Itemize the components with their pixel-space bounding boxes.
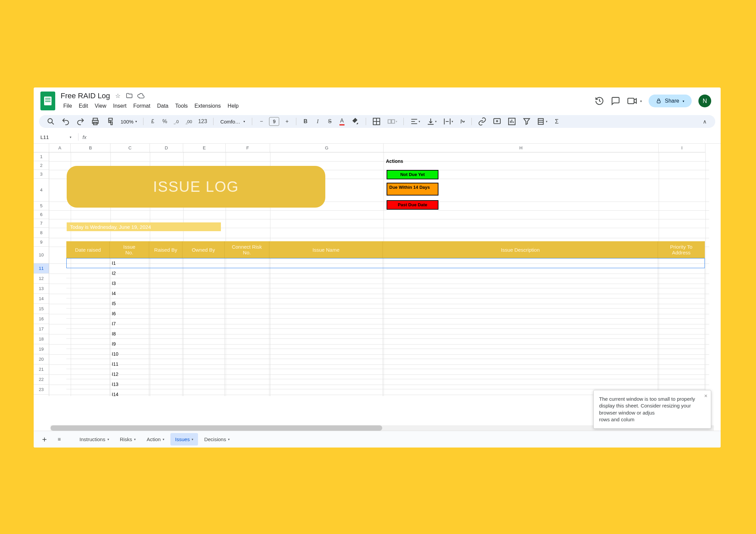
cell[interactable] [149, 369, 183, 379]
cell[interactable] [225, 349, 269, 359]
cell[interactable] [383, 309, 658, 318]
cell[interactable] [225, 309, 269, 318]
table-row[interactable]: I1 [66, 258, 705, 268]
table-row[interactable]: I4 [66, 288, 705, 298]
cell[interactable] [149, 298, 183, 308]
borders-button[interactable] [371, 117, 382, 126]
cell[interactable]: I1 [110, 258, 149, 268]
text-rotation-button[interactable]: A▾ [458, 117, 467, 126]
sheet-tab-decisions[interactable]: Decisions▾ [199, 433, 234, 446]
cell[interactable] [225, 288, 269, 298]
cloud-status-icon[interactable] [137, 92, 144, 100]
cell[interactable] [658, 359, 705, 369]
cell[interactable] [269, 278, 383, 288]
insert-comment-button[interactable] [491, 117, 503, 126]
table-row[interactable]: I9 [66, 339, 705, 349]
cell[interactable]: I4 [110, 288, 149, 298]
cell[interactable]: I6 [110, 309, 149, 318]
cell[interactable] [383, 288, 658, 298]
cell[interactable] [658, 309, 705, 318]
row-header-9[interactable]: 9 [34, 238, 49, 247]
menu-data[interactable]: Data [154, 102, 171, 110]
cell[interactable] [149, 319, 183, 328]
select-all-corner[interactable] [34, 144, 49, 152]
row-header-8[interactable]: 8 [34, 228, 49, 238]
cell[interactable] [658, 319, 705, 328]
column-header-I[interactable]: I [659, 144, 705, 152]
cell[interactable] [149, 339, 183, 349]
cell[interactable]: I10 [110, 349, 149, 359]
search-icon[interactable] [45, 117, 57, 126]
cell[interactable] [66, 298, 110, 308]
document-title[interactable]: Free RAID Log [61, 92, 110, 100]
row-header-20[interactable]: 20 [34, 354, 49, 364]
account-avatar[interactable]: N [698, 95, 711, 107]
cell[interactable] [383, 268, 658, 278]
undo-icon[interactable] [60, 117, 71, 126]
table-filter-button[interactable]: ▾ [536, 117, 549, 126]
table-header[interactable]: IssueNo. [110, 241, 149, 258]
cell[interactable] [66, 359, 110, 369]
cell[interactable] [66, 288, 110, 298]
bold-button[interactable]: B [301, 117, 310, 126]
redo-icon[interactable] [75, 117, 86, 126]
font-family-selector[interactable]: Comfo… ▾ [218, 117, 247, 126]
table-row[interactable]: I8 [66, 329, 705, 339]
cell[interactable] [149, 379, 183, 389]
row-header-22[interactable]: 22 [34, 375, 49, 385]
strikethrough-button[interactable]: S [325, 117, 334, 126]
cell[interactable] [183, 339, 225, 349]
cell[interactable]: I7 [110, 319, 149, 328]
row-header-7[interactable]: 7 [34, 219, 49, 228]
menu-file[interactable]: File [61, 102, 75, 110]
cell[interactable]: I12 [110, 369, 149, 379]
row-header-5[interactable]: 5 [34, 202, 49, 210]
increase-decimal-button[interactable]: .00→ [185, 117, 193, 126]
h-align-button[interactable]: ▾ [408, 117, 422, 126]
fill-color-button[interactable] [350, 117, 361, 126]
decrease-font-button[interactable]: − [257, 117, 266, 126]
cell[interactable]: I11 [110, 359, 149, 369]
cell[interactable] [225, 359, 269, 369]
cell[interactable] [225, 319, 269, 328]
table-row[interactable]: I10 [66, 349, 705, 359]
sheet-tab-risks[interactable]: Risks▾ [115, 433, 141, 446]
print-icon[interactable] [90, 117, 101, 126]
tooltip-close-icon[interactable]: × [704, 392, 708, 400]
cell[interactable] [269, 319, 383, 328]
row-header-13[interactable]: 13 [34, 284, 49, 294]
table-header[interactable]: Priority ToAddress [658, 241, 705, 258]
italic-button[interactable]: I [313, 117, 322, 126]
row-header-19[interactable]: 19 [34, 344, 49, 354]
column-header-D[interactable]: D [150, 144, 183, 152]
filter-button[interactable] [521, 117, 532, 126]
cell[interactable] [66, 339, 110, 349]
star-icon[interactable]: ☆ [114, 92, 122, 100]
link-button[interactable] [476, 117, 488, 126]
cell[interactable] [225, 369, 269, 379]
menu-edit[interactable]: Edit [76, 102, 91, 110]
cell[interactable] [658, 288, 705, 298]
cell[interactable] [269, 349, 383, 359]
cell[interactable] [183, 319, 225, 328]
row-header-6[interactable]: 6 [34, 210, 49, 219]
cell[interactable] [66, 329, 110, 339]
cell[interactable] [149, 268, 183, 278]
column-header-A[interactable]: A [49, 144, 71, 152]
cell[interactable]: I5 [110, 298, 149, 308]
cell[interactable] [383, 319, 658, 328]
table-row[interactable]: I6 [66, 309, 705, 319]
cell[interactable] [183, 389, 225, 396]
column-header-F[interactable]: F [226, 144, 270, 152]
cell[interactable] [225, 298, 269, 308]
sheets-app-icon[interactable] [40, 92, 55, 110]
menu-view[interactable]: View [92, 102, 109, 110]
cell[interactable] [66, 309, 110, 318]
cell[interactable] [269, 288, 383, 298]
table-header[interactable]: Issue Description [383, 241, 658, 258]
cell[interactable] [658, 258, 705, 268]
cell[interactable] [383, 329, 658, 339]
table-header[interactable]: Date raised [66, 241, 110, 258]
cell[interactable] [383, 369, 658, 379]
row-header-18[interactable]: 18 [34, 334, 49, 344]
